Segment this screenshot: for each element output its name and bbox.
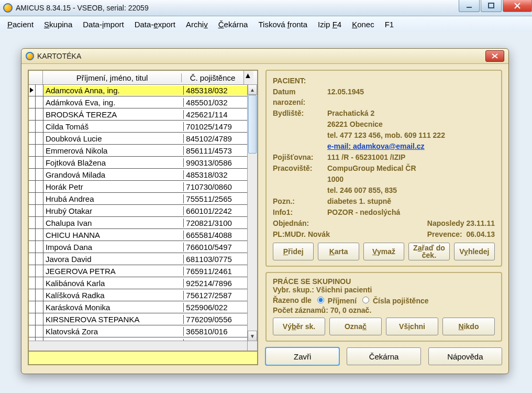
table-row[interactable]: Adámková Eva, ing.485501/032 — [29, 96, 248, 108]
kartoteka-close-button[interactable] — [485, 50, 504, 62]
queue-button[interactable]: Zařaď doček. — [408, 243, 449, 260]
scroll-down-icon[interactable]: ▼ — [248, 331, 257, 341]
group-panel: PRÁCE SE SKUPINOU Vybr. skup.: Všichni p… — [265, 272, 502, 342]
menu-data-export[interactable]: Data-export — [129, 19, 181, 30]
table-row[interactable]: Kalíšková Radka756127/2587 — [29, 289, 248, 301]
patients-grid[interactable]: Příjmení, jméno, titul Č. pojištěnce ▲ A… — [28, 70, 258, 352]
table-row[interactable]: Cilda Tomáš701025/1479 — [29, 121, 248, 133]
table-row[interactable]: BRODSKÁ TEREZA425621/114 — [29, 108, 248, 121]
find-button[interactable]: Vyhledej — [454, 243, 495, 260]
table-row[interactable]: Horák Petr710730/0860 — [29, 181, 248, 193]
table-row[interactable]: Chalupa Ivan720821/3100 — [29, 217, 248, 229]
help-button[interactable]: Nápověda — [428, 347, 502, 365]
menu-izip f4[interactable]: Izip F4 — [313, 19, 347, 30]
svg-rect-1 — [489, 3, 494, 8]
search-input[interactable] — [28, 352, 258, 365]
table-row[interactable]: Klatovská Zora365810/016 — [29, 325, 248, 337]
menu-čekárna[interactable]: Čekárna — [213, 19, 253, 30]
window-close-button[interactable] — [503, 0, 532, 12]
menubar: PacientSkupinaData-importData-exportArch… — [0, 16, 532, 32]
corner-up: ▲ — [243, 71, 253, 84]
table-row[interactable]: KIRSNEROVA STEPANKA776209/0556 — [29, 313, 248, 325]
all-button[interactable]: Všichni — [386, 318, 438, 335]
app-title: AMICUS 8.34.15 - VSEOB, serial: 22059 — [16, 4, 458, 12]
table-row[interactable]: Hrubý Otakar660101/2242 — [29, 205, 248, 217]
table-row[interactable]: Hrubá Andrea755511/2565 — [29, 193, 248, 205]
delete-button[interactable]: Vymaž — [363, 243, 404, 260]
table-row[interactable]: Karásková Monika525906/022 — [29, 301, 248, 313]
table-row[interactable]: Doubková Lucie845102/4789 — [29, 133, 248, 145]
kartoteka-icon — [26, 52, 34, 60]
minimize-button[interactable] — [459, 0, 480, 12]
patient-header: PACIENT: — [273, 75, 306, 86]
add-button[interactable]: Přidej — [273, 243, 314, 260]
maximize-button[interactable] — [481, 0, 502, 12]
menu-pacient[interactable]: Pacient — [2, 19, 39, 30]
scroll-corner — [247, 341, 257, 351]
menu-skupina[interactable]: Skupina — [39, 19, 77, 30]
email-link[interactable]: e-mail: adamkova@email.cz — [327, 142, 425, 150]
scroll-up-icon[interactable]: ▲ — [248, 84, 257, 95]
table-row[interactable]: Javora David681103/0775 — [29, 253, 248, 265]
svg-rect-0 — [467, 7, 472, 8]
radio-surname[interactable]: Příjmení — [315, 295, 357, 305]
table-row[interactable]: Fojtková Blažena990313/0586 — [29, 157, 248, 169]
vscrollbar[interactable]: ▲ ▼ — [247, 84, 257, 341]
app-icon — [3, 3, 13, 13]
hscrollbar[interactable] — [29, 341, 248, 351]
mark-button[interactable]: Označ — [329, 318, 382, 335]
patient-panel: PACIENT: Datum narození:12.05.1945 Bydli… — [265, 70, 502, 267]
kartoteka-titlebar: KARTOTÉKA — [21, 49, 508, 64]
menu-f1[interactable]: F1 — [380, 19, 400, 30]
col-ins[interactable]: Č. pojištěnce — [182, 73, 243, 82]
table-row[interactable]: CHICU HANNA665581/4088 — [29, 229, 248, 241]
menu-konec[interactable]: Konec — [347, 19, 380, 30]
radio-insnum[interactable]: Čísla pojištěnce — [360, 295, 428, 305]
group-header: PRÁCE SE SKUPINOU — [273, 277, 351, 286]
none-button[interactable]: Nikdo — [442, 318, 495, 335]
titlebar: AMICUS 8.34.15 - VSEOB, serial: 22059 — [0, 0, 532, 16]
table-row[interactable]: Emmerová Nikola856111/4573 — [29, 145, 248, 157]
menu-tisková fronta[interactable]: Tisková fronta — [253, 19, 313, 30]
table-row[interactable]: JEGEROVA PETRA765911/2461 — [29, 265, 248, 277]
close-button[interactable]: Zavři — [265, 347, 339, 365]
card-button[interactable]: Karta — [318, 243, 359, 260]
kartoteka-title: KARTOTÉKA — [37, 52, 485, 60]
table-row[interactable]: Impová Dana766010/5497 — [29, 241, 248, 253]
scroll-thumb[interactable] — [248, 95, 257, 154]
table-row[interactable]: Kalibánová Karla925214/7896 — [29, 277, 248, 289]
kartoteka-window: KARTOTÉKA Příjmení, jméno, titul Č. poji… — [21, 48, 509, 374]
row-pointer-icon — [30, 88, 34, 93]
menu-data-import[interactable]: Data-import — [77, 19, 129, 30]
table-row[interactable]: Grandová Milada485318/032 — [29, 169, 248, 181]
table-row[interactable]: Adamcová Anna, ing.485318/032 — [29, 84, 248, 96]
col-name[interactable]: Příjmení, jméno, titul — [43, 73, 182, 82]
menu-archiv[interactable]: Archiv — [181, 19, 213, 30]
waiting-room-button[interactable]: Čekárna — [347, 347, 420, 365]
select-group-button[interactable]: Výběr sk. — [273, 318, 325, 335]
